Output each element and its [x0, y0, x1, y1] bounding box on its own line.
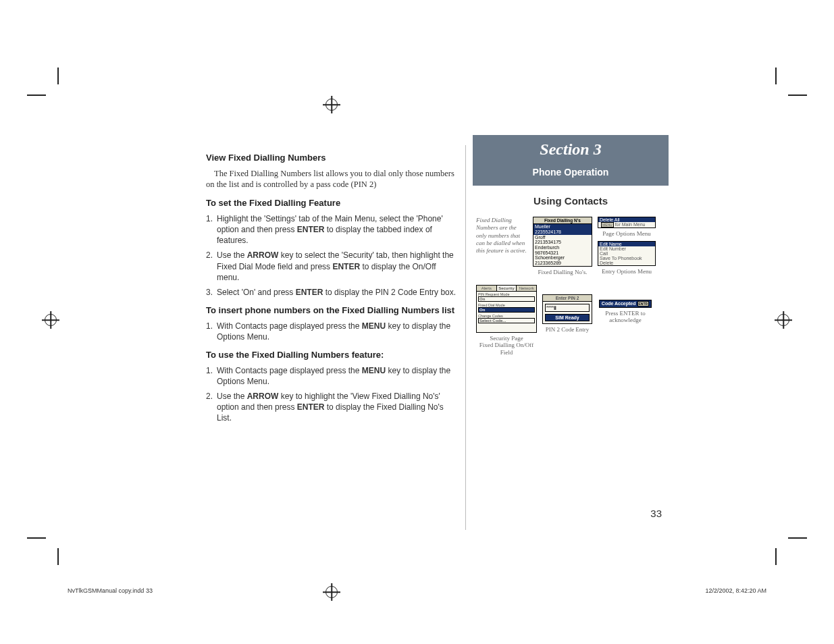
figure-caption: PIN 2 Code Entry — [546, 326, 590, 333]
figure-caption: Press ENTER to acknowledge — [605, 310, 646, 324]
page-number: 33 — [650, 508, 662, 519]
heading-use-feature: To use the Fixed Dialling Numbers featur… — [206, 349, 459, 361]
field-value: Select Code... — [478, 318, 535, 323]
main-text-column: View Fixed Dialling Numbers The Fixed Di… — [206, 145, 466, 530]
settings-tab: Security — [497, 286, 517, 291]
section-title: Phone Operation — [473, 167, 669, 178]
intro-paragraph: The Fixed Dialling Numbers list allows y… — [206, 168, 459, 191]
instruction-step: 2.Use the ARROW key to highlight the 'Vi… — [206, 391, 459, 424]
instruction-step: 3.Select 'On' and press ENTER to display… — [206, 287, 459, 298]
heading-insert-numbers: To insert phone numbers on the Fixed Dia… — [206, 304, 459, 317]
contact-name: Enderburch — [533, 245, 592, 250]
figure-caption: Page Options Menu — [602, 230, 651, 237]
code-accepted-toast: Code AcceptedENTR — [599, 300, 652, 308]
menu-item: Delete — [598, 261, 655, 265]
entry-options-menu: Edit NameEdit NumberCallSave To Phoneboo… — [598, 241, 656, 266]
crop-mark — [57, 68, 59, 84]
instruction-step: 1.With Contacts page displayed press the… — [206, 321, 459, 342]
registration-mark-icon — [45, 314, 57, 326]
footer-slug: NvTlkGSMManual copy.indd 33 12/2/2002, 8… — [68, 587, 766, 594]
menu-item: Call — [598, 251, 655, 256]
screen-title: Fixed Dialling N's — [533, 217, 592, 224]
field-label: Fixed Dial Mode — [477, 302, 536, 307]
settings-tab: Network — [517, 286, 536, 291]
crop-mark — [775, 548, 777, 565]
contact-name: Schoenberger — [533, 255, 592, 261]
registration-mark-icon — [777, 314, 789, 326]
menu-item: Edit Number — [598, 246, 655, 251]
field-value: On — [478, 296, 535, 302]
instruction-step: 1.Highlight the 'Settings' tab of the Ma… — [206, 213, 459, 246]
crop-mark — [788, 95, 807, 96]
field-label: PIN Request Mode — [477, 292, 536, 296]
section-header-box: Section 3 Phone Operation — [473, 135, 669, 186]
contact-number: 987654321 — [533, 250, 592, 256]
menu-item: Edit Name — [598, 242, 655, 246]
crop-mark — [57, 548, 59, 565]
contact-number: 2123365289 — [533, 261, 592, 266]
pin-input-field: ****▮ — [545, 304, 590, 312]
instruction-step: 1.With Contacts page displayed press the… — [206, 365, 459, 387]
heading-view-fixed-dialling: View Fixed Dialling Numbers — [206, 152, 459, 164]
contact-name: Groff — [533, 235, 592, 240]
pin2-entry-screen: Enter PIN 2 ****▮ SIM Ready — [542, 294, 592, 324]
crop-mark — [27, 95, 46, 96]
registration-mark-icon — [325, 99, 338, 111]
footer-timestamp: 12/2/2002, 8:42:20 AM — [705, 587, 766, 594]
field-label: Change Codes — [477, 313, 536, 318]
contact-name: Mueller — [533, 224, 592, 230]
crop-mark — [775, 68, 777, 84]
figure-caption: Security Page Fixed Dialling On/Off Fiel… — [476, 335, 537, 356]
figure-caption: Entry Options Menu — [602, 268, 652, 275]
figure-column: Section 3 Phone Operation Using Contacts… — [466, 145, 665, 530]
menu-hint: MENU for Main Menu — [598, 222, 655, 227]
instruction-step: 2.Use the ARROW key to select the 'Secur… — [206, 250, 459, 283]
crop-mark — [27, 537, 46, 539]
settings-tab: Alerts — [477, 286, 497, 291]
figure-side-note: Fixed Dialling Numbers are the only numb… — [476, 217, 527, 254]
contact-number: 2235524178 — [533, 230, 592, 235]
crop-mark — [788, 537, 807, 539]
contact-number: 2213534175 — [533, 240, 592, 245]
page-options-menu: Delete All MENU for Main Menu — [598, 217, 656, 228]
security-settings-screen: AlertsSecurityNetwork PIN Request ModeOn… — [476, 285, 537, 333]
screen-title: Enter PIN 2 — [543, 295, 592, 302]
fixed-dialling-list-screen: Fixed Dialling N's Mueller2235524178Grof… — [533, 217, 592, 267]
field-value: On — [478, 307, 535, 313]
section-label: Section 3 — [473, 140, 669, 159]
footer-filename: NvTlkGSMManual copy.indd 33 — [68, 587, 153, 594]
menu-item: Save To Phonebook — [598, 256, 655, 261]
sim-status: SIM Ready — [545, 314, 590, 321]
figure-caption: Fixed Dialling No's. — [538, 269, 588, 275]
subsection-title: Using Contacts — [476, 195, 665, 207]
heading-set-feature: To set the Fixed Dialling Feature — [206, 197, 459, 209]
menu-item: Delete All — [598, 217, 655, 222]
